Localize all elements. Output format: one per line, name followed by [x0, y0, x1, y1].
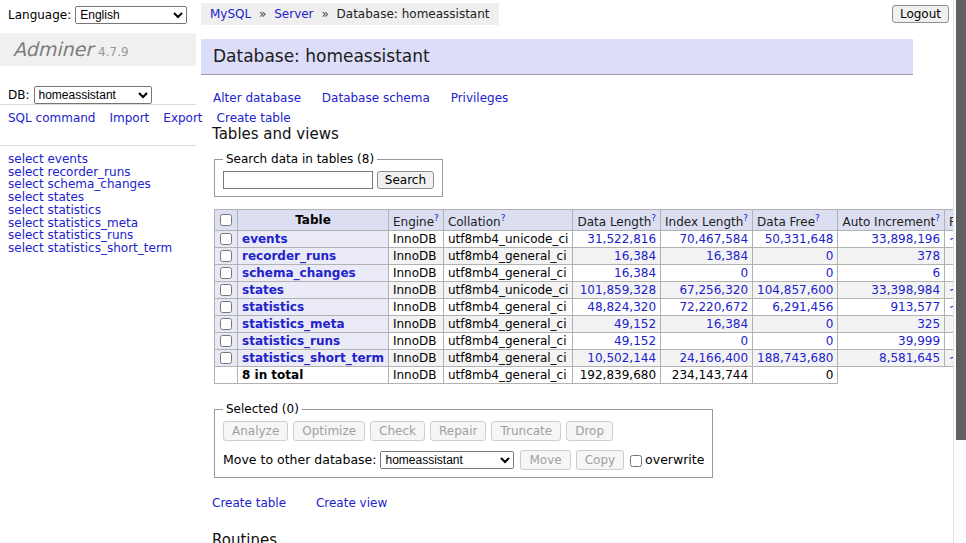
search-input[interactable]	[223, 171, 373, 189]
row-checkbox[interactable]	[220, 318, 232, 330]
export-link[interactable]: Export	[163, 111, 202, 125]
row-checkbox[interactable]	[220, 352, 232, 364]
row-checkbox-cell	[215, 231, 238, 248]
engine-cell: InnoDB	[388, 333, 443, 350]
table-name-cell: states	[238, 282, 389, 299]
data-free-cell: 0	[753, 316, 838, 333]
move-db-select[interactable]: homeassistant	[380, 451, 514, 469]
sql-command-link[interactable]: SQL command	[8, 111, 95, 125]
row-checkbox[interactable]	[220, 267, 232, 279]
total-data-length-cell: 192,839,680	[573, 367, 661, 384]
table-name-link[interactable]: statistics_runs	[242, 334, 340, 348]
auto-increment-cell: 33,398,984	[838, 282, 945, 299]
adminer-logo[interactable]: Adminer	[13, 38, 93, 60]
analyze-button[interactable]: Analyze	[223, 421, 288, 441]
vertical-scrollbar[interactable]	[953, 0, 966, 543]
column-header-data-free: Data Free?	[753, 210, 838, 231]
row-checkbox-cell	[215, 248, 238, 265]
truncate-button[interactable]: Truncate	[491, 421, 561, 441]
row-checkbox[interactable]	[220, 301, 232, 313]
table-name-link[interactable]: statistics_meta	[242, 317, 345, 331]
select-all-cell	[215, 210, 238, 231]
copy-button[interactable]: Copy	[576, 450, 624, 470]
collation-cell: utf8mb4_unicode_ci	[443, 282, 573, 299]
move-button[interactable]: Move	[520, 450, 570, 470]
breadcrumb-mysql-link[interactable]: MySQL	[210, 7, 251, 21]
row-checkbox[interactable]	[220, 284, 232, 296]
sidebar-select-link[interactable]: select statistics_short_term	[8, 242, 194, 255]
scrollbar-thumb[interactable]	[956, 0, 966, 440]
data-free-cell: 0	[753, 333, 838, 350]
column-help-link[interactable]: ?	[743, 213, 748, 223]
table-name-link[interactable]: schema_changes	[242, 266, 356, 280]
engine-cell: InnoDB	[388, 316, 443, 333]
language-select[interactable]: English	[75, 6, 187, 24]
sidebar: Language:English Adminer4.7.9 DB:homeass…	[0, 0, 196, 543]
overwrite-checkbox[interactable]	[630, 455, 642, 467]
create-table-link[interactable]: Create table	[212, 496, 286, 510]
sidebar-select-link[interactable]: select states	[8, 191, 194, 204]
column-help-link[interactable]: ?	[935, 213, 940, 223]
total-checkbox-cell	[215, 367, 238, 384]
check-button[interactable]: Check	[370, 421, 425, 441]
language-label: Language:	[8, 8, 71, 22]
total-collation-cell: utf8mb4_general_ci	[443, 367, 573, 384]
table-row: recorder_runsInnoDButf8mb4_general_ci16,…	[215, 248, 966, 265]
data-length-cell: 31,522,816	[573, 231, 661, 248]
table-name-cell: statistics	[238, 299, 389, 316]
column-help-link[interactable]: ?	[434, 213, 439, 223]
column-help-link[interactable]: ?	[651, 213, 656, 223]
routines-heading: Routines	[212, 531, 913, 543]
column-label: Data Length	[577, 215, 651, 229]
auto-increment-cell: 33,898,196	[838, 231, 945, 248]
row-checkbox[interactable]	[220, 250, 232, 262]
engine-cell: InnoDB	[388, 231, 443, 248]
database-schema-link[interactable]: Database schema	[322, 91, 430, 105]
data-free-cell: 6,291,456	[753, 299, 838, 316]
column-label: Auto Increment	[842, 215, 935, 229]
search-button[interactable]: Search	[377, 171, 434, 189]
table-name-link[interactable]: statistics	[242, 300, 304, 314]
select-all-checkbox[interactable]	[220, 214, 232, 226]
table-name-link[interactable]: recorder_runs	[242, 249, 336, 263]
privileges-link[interactable]: Privileges	[451, 91, 509, 105]
data-free-cell: 104,857,600	[753, 282, 838, 299]
total-label-cell: 8 in total	[238, 367, 389, 384]
breadcrumb-separator: »	[259, 7, 266, 21]
create-view-link[interactable]: Create view	[316, 496, 387, 510]
index-length-cell: 72,220,672	[661, 299, 753, 316]
column-label: Engine	[393, 215, 434, 229]
repair-button[interactable]: Repair	[430, 421, 486, 441]
import-link[interactable]: Import	[109, 111, 149, 125]
table-name-link[interactable]: events	[242, 232, 288, 246]
move-row: Move to other database:homeassistantMove…	[223, 450, 704, 470]
alter-database-link[interactable]: Alter database	[213, 91, 301, 105]
total-index-length-cell: 234,143,744	[661, 367, 753, 384]
total-engine-cell: InnoDB	[388, 367, 443, 384]
column-help-link[interactable]: ?	[501, 213, 506, 223]
collation-cell: utf8mb4_general_ci	[443, 350, 573, 367]
language-row: Language:English	[8, 6, 187, 24]
data-free-cell: 0	[753, 248, 838, 265]
optimize-button[interactable]: Optimize	[293, 421, 365, 441]
db-select[interactable]: homeassistant	[34, 86, 152, 104]
collation-cell: utf8mb4_general_ci	[443, 248, 573, 265]
table-name-cell: events	[238, 231, 389, 248]
sidebar-select-link[interactable]: select events	[8, 153, 194, 166]
breadcrumb-server-link[interactable]: Server	[274, 7, 313, 21]
engine-cell: InnoDB	[388, 248, 443, 265]
drop-button[interactable]: Drop	[566, 421, 613, 441]
adminer-version[interactable]: 4.7.9	[98, 45, 129, 59]
table-name-link[interactable]: statistics_short_term	[242, 351, 384, 365]
auto-increment-cell: 913,577	[838, 299, 945, 316]
row-checkbox[interactable]	[220, 335, 232, 347]
table-name-link[interactable]: states	[242, 283, 284, 297]
column-help-link[interactable]: ?	[815, 213, 820, 223]
sidebar-select-link[interactable]: select statistics	[8, 204, 194, 217]
index-length-cell: 0	[661, 265, 753, 282]
logout-button[interactable]: Logout	[892, 5, 949, 23]
engine-cell: InnoDB	[388, 350, 443, 367]
index-length-cell: 0	[661, 333, 753, 350]
table-row: statistics_runsInnoDButf8mb4_general_ci4…	[215, 333, 966, 350]
row-checkbox[interactable]	[220, 233, 232, 245]
